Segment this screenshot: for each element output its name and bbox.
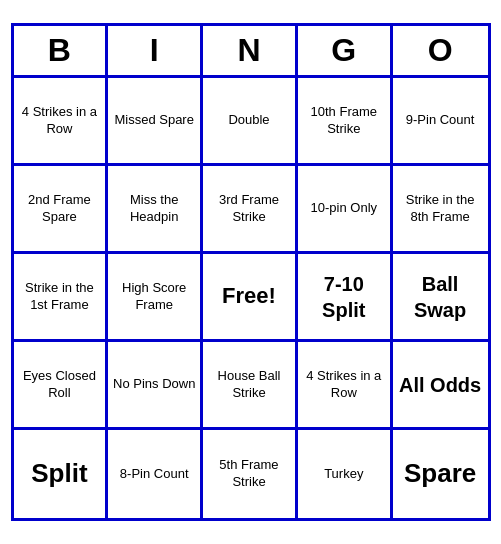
bingo-cell: 9-Pin Count [393,78,488,166]
bingo-cell: 4 Strikes in a Row [14,78,109,166]
bingo-cell: All Odds [393,342,488,430]
bingo-cell: Missed Spare [108,78,203,166]
bingo-card: BINGO 4 Strikes in a RowMissed SpareDoub… [11,23,491,521]
bingo-header: BINGO [14,26,488,78]
bingo-cell: 5th Frame Strike [203,430,298,518]
bingo-cell: House Ball Strike [203,342,298,430]
header-letter: O [393,26,488,75]
header-letter: B [14,26,109,75]
bingo-cell: Strike in the 1st Frame [14,254,109,342]
bingo-cell: Double [203,78,298,166]
bingo-cell: No Pins Down [108,342,203,430]
bingo-cell: 8-Pin Count [108,430,203,518]
bingo-cell: Miss the Headpin [108,166,203,254]
bingo-cell: Free! [203,254,298,342]
bingo-cell: 3rd Frame Strike [203,166,298,254]
bingo-cell: Split [14,430,109,518]
bingo-cell: Strike in the 8th Frame [393,166,488,254]
bingo-cell: 2nd Frame Spare [14,166,109,254]
bingo-cell: 10th Frame Strike [298,78,393,166]
bingo-cell: High Score Frame [108,254,203,342]
header-letter: G [298,26,393,75]
bingo-cell: 10-pin Only [298,166,393,254]
header-letter: I [108,26,203,75]
bingo-cell: Eyes Closed Roll [14,342,109,430]
bingo-cell: 4 Strikes in a Row [298,342,393,430]
bingo-cell: Turkey [298,430,393,518]
bingo-grid: 4 Strikes in a RowMissed SpareDouble10th… [14,78,488,518]
bingo-cell: Ball Swap [393,254,488,342]
bingo-cell: 7-10 Split [298,254,393,342]
bingo-cell: Spare [393,430,488,518]
header-letter: N [203,26,298,75]
